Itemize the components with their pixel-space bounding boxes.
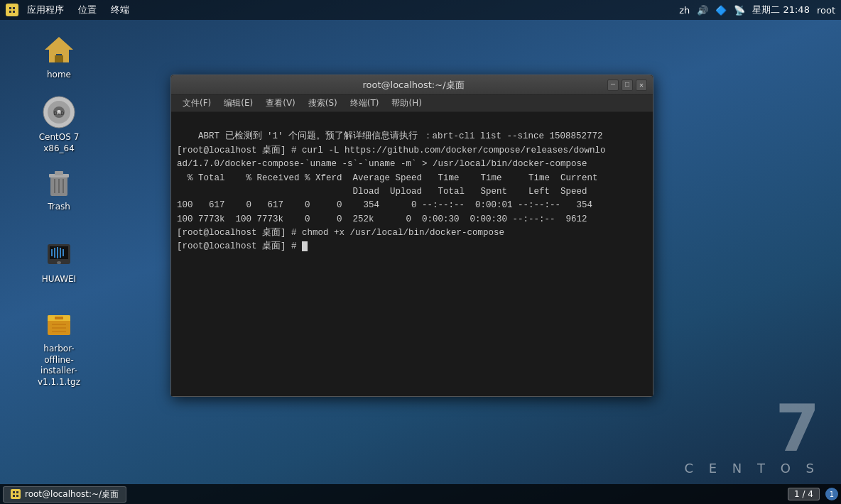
sound-icon[interactable]: 🔊 bbox=[697, 5, 708, 16]
terminal-title: root@localhost:~/桌面 bbox=[219, 79, 607, 92]
svg-text:DVD: DVD bbox=[54, 111, 65, 116]
taskbar-right: 1 / 4 1 bbox=[788, 488, 838, 500]
terminal-menu-view[interactable]: 查看(V) bbox=[260, 96, 301, 111]
datetime: 星期二 21:48 bbox=[752, 4, 810, 16]
terminal-line-6: 100 617 0 617 0 0 354 0 --:--:-- 0:00:01… bbox=[177, 200, 592, 210]
terminal-body[interactable]: ABRT 已检测到 '1' 个问题。预了解详细信息请执行 ：abrt-cli l… bbox=[171, 112, 653, 396]
svg-rect-2 bbox=[13, 7, 15, 9]
terminal-titlebar: root@localhost:~/桌面 ─ □ ✕ bbox=[171, 75, 653, 95]
taskbar-pager[interactable]: 1 / 4 bbox=[788, 488, 820, 500]
network-icon[interactable]: 📡 bbox=[734, 5, 745, 16]
lang-indicator[interactable]: zh bbox=[679, 5, 690, 16]
topbar-right: zh 🔊 🔷 📡 星期二 21:48 root bbox=[679, 4, 835, 16]
desktop-icon-home[interactable]: home bbox=[27, 30, 91, 84]
trash-label: Trash bbox=[48, 202, 70, 213]
desktop-icon-trash[interactable]: Trash bbox=[27, 162, 91, 216]
svg-rect-1 bbox=[9, 7, 11, 9]
terminal-line-7: 100 7773k 100 7773k 0 0 252k 0 0:00:30 0… bbox=[177, 214, 587, 224]
terminal-line-1: ABRT 已检测到 '1' 个问题。预了解详细信息请执行 ：abrt-cli l… bbox=[198, 131, 603, 141]
terminal-cursor bbox=[302, 241, 308, 251]
svg-rect-35 bbox=[16, 491, 18, 493]
archive-icon-img bbox=[42, 307, 76, 341]
app-menu[interactable]: 应用程序 bbox=[21, 2, 70, 18]
terminal-menu-help[interactable]: 帮助(H) bbox=[386, 96, 427, 111]
taskbar-notification[interactable]: 1 bbox=[825, 488, 838, 500]
terminal-menu-search[interactable]: 搜索(S) bbox=[303, 96, 343, 111]
desktop-icon-huawei[interactable]: HUAWEI bbox=[27, 234, 91, 288]
terminal-line-3: ad/1.7.0/docker-compose-`uname -s`-`unam… bbox=[177, 159, 587, 169]
topbar: 应用程序 位置 终端 zh 🔊 🔷 📡 星期二 21:48 root bbox=[0, 0, 841, 20]
app-icon bbox=[6, 4, 18, 16]
user-label: root bbox=[817, 5, 835, 16]
huawei-icon-img bbox=[42, 237, 76, 271]
huawei-label: HUAWEI bbox=[42, 274, 76, 285]
svg-rect-4 bbox=[13, 11, 15, 13]
centos-label: CentOS 7 x86_64 bbox=[30, 132, 88, 154]
taskbar: root@localhost:~/桌面 1 / 4 1 bbox=[0, 484, 841, 504]
terminal-line-2: [root@localhost 桌面] # curl -L https://gi… bbox=[177, 146, 606, 155]
terminal-minimize-btn[interactable]: ─ bbox=[607, 80, 619, 91]
terminal-close-btn[interactable]: ✕ bbox=[636, 80, 647, 91]
svg-point-20 bbox=[57, 261, 61, 264]
terminal-line-9: [root@localhost 桌面] # bbox=[177, 241, 302, 251]
terminal-menu-terminal[interactable]: 终端(T) bbox=[344, 96, 385, 111]
svg-rect-34 bbox=[13, 491, 15, 493]
desktop-icon-harbor[interactable]: harbor-offline-installer-v1.1.1.tgz bbox=[27, 304, 91, 390]
bluetooth-icon[interactable]: 🔷 bbox=[715, 5, 727, 16]
terminal-line-4: % Total % Received % Xferd Average Speed… bbox=[177, 173, 598, 183]
topbar-left: 应用程序 位置 终端 bbox=[6, 2, 135, 18]
terminal-menubar: 文件(F) 编辑(E) 查看(V) 搜索(S) 终端(T) 帮助(H) bbox=[171, 95, 653, 112]
dvd-icon-img: DVD bbox=[42, 95, 76, 129]
svg-rect-29 bbox=[55, 317, 63, 319]
svg-rect-37 bbox=[16, 495, 18, 497]
taskbar-active-window[interactable]: root@localhost:~/桌面 bbox=[3, 486, 126, 503]
taskbar-item-label: root@localhost:~/桌面 bbox=[25, 488, 119, 500]
svg-rect-3 bbox=[9, 11, 11, 13]
harbor-label: harbor-offline-installer-v1.1.1.tgz bbox=[30, 344, 88, 388]
desktop-icon-centos[interactable]: DVD CentOS 7 x86_64 bbox=[27, 92, 91, 157]
home-icon-img bbox=[42, 33, 76, 67]
svg-rect-19 bbox=[50, 246, 68, 259]
terminal-window: root@localhost:~/桌面 ─ □ ✕ 文件(F) 编辑(E) 查看… bbox=[170, 75, 653, 397]
terminal-maximize-btn[interactable]: □ bbox=[622, 80, 633, 91]
terminal-menu-topbar[interactable]: 终端 bbox=[105, 2, 135, 18]
home-label: home bbox=[47, 70, 71, 81]
svg-rect-6 bbox=[55, 55, 63, 62]
svg-rect-0 bbox=[8, 6, 16, 14]
terminal-menu-edit[interactable]: 编辑(E) bbox=[218, 96, 259, 111]
terminal-controls: ─ □ ✕ bbox=[607, 80, 647, 91]
location-menu[interactable]: 位置 bbox=[72, 2, 102, 18]
centos-number: 7 bbox=[775, 397, 820, 461]
svg-rect-14 bbox=[55, 171, 63, 175]
svg-rect-36 bbox=[13, 495, 15, 497]
terminal-line-8: [root@localhost 桌面] # chmod +x /usr/loca… bbox=[177, 228, 504, 238]
taskbar-icon bbox=[11, 489, 21, 499]
trash-icon-img bbox=[42, 165, 76, 199]
terminal-line-5: Dload Upload Total Spent Left Speed bbox=[177, 187, 587, 197]
centos-logo: 7 C E N T O S bbox=[684, 397, 820, 476]
terminal-menu-file[interactable]: 文件(F) bbox=[177, 96, 217, 111]
